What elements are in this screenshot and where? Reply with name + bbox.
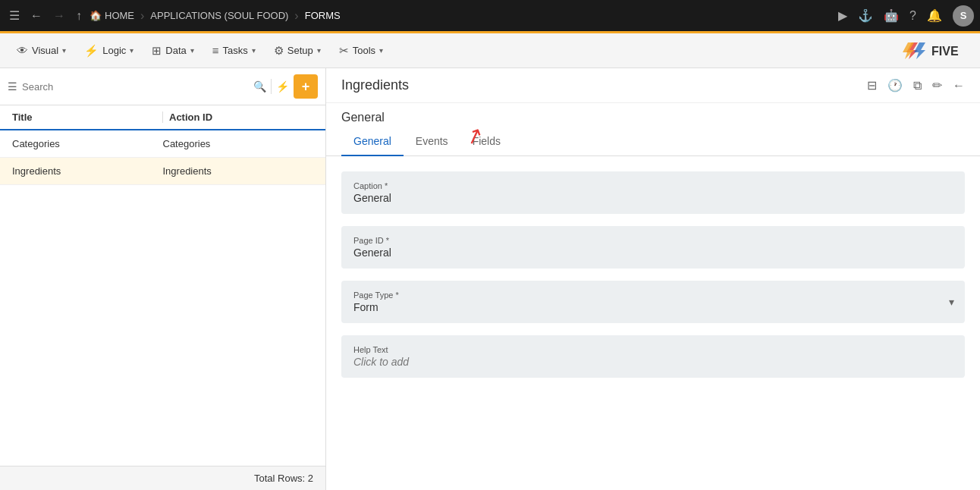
- setup-chevron: ▾: [317, 46, 321, 55]
- page-id-value: General: [353, 247, 953, 259]
- col-title-header: Title: [12, 112, 156, 123]
- right-panel: Ingredients ⊟ 🕐 ⧉ ✏ ← General General Ev…: [326, 68, 980, 490]
- dropdown-arrow-icon: ▾: [949, 296, 954, 308]
- history-icon[interactable]: 🕐: [887, 78, 903, 93]
- anchor-icon[interactable]: ⚓: [858, 8, 873, 23]
- panel-title: Ingredients: [341, 77, 867, 93]
- close-icon[interactable]: ←: [953, 79, 965, 93]
- toolbar-tools[interactable]: ✂ Tools ▾: [331, 39, 391, 62]
- nav-applications[interactable]: APPLICATIONS (SOUL FOOD): [150, 10, 288, 21]
- page-type-value: Form: [353, 301, 953, 313]
- tab-fields[interactable]: Fields: [460, 127, 513, 156]
- main-layout: ☰ 🔍 ⚡ + Title Action ID Categories Categ…: [0, 68, 980, 490]
- table-header: Title Action ID: [0, 105, 325, 130]
- col-action-header: Action ID: [169, 112, 313, 123]
- up-icon[interactable]: ↑: [73, 6, 85, 26]
- table-row[interactable]: Categories Categories: [0, 130, 325, 158]
- row-action-ingredients: Ingredients: [163, 165, 314, 177]
- search-divider: [271, 79, 272, 94]
- right-panel-actions: ⊟ 🕐 ⧉ ✏ ←: [867, 78, 965, 93]
- tab-area: General Events Fields ↙: [326, 127, 980, 156]
- total-rows-label: Total Rows: 2: [254, 473, 313, 484]
- toolbar-data-label: Data: [165, 45, 186, 56]
- section-title: General: [341, 111, 385, 124]
- visual-chevron: ▾: [62, 46, 66, 55]
- bolt-icon[interactable]: ⚡: [276, 80, 289, 93]
- five-logo: FIVE: [903, 39, 971, 62]
- caption-box[interactable]: Caption * General: [341, 171, 965, 214]
- toolbar-data[interactable]: ⊞ Data ▾: [144, 39, 201, 62]
- logic-icon: ⚡: [84, 44, 99, 58]
- help-icon[interactable]: ?: [909, 9, 916, 23]
- page-type-field: Page Type * Form ▾: [341, 281, 965, 323]
- toolbar-tasks[interactable]: ≡ Tasks ▾: [205, 39, 263, 61]
- row-action-categories: Categories: [163, 138, 314, 149]
- tab-general[interactable]: General: [341, 127, 404, 156]
- setup-icon: ⚙: [274, 44, 284, 58]
- home-icon: 🏠: [90, 10, 102, 21]
- table-body: Categories Categories Ingredients Ingred…: [0, 130, 325, 466]
- search-input[interactable]: [22, 81, 249, 93]
- table-footer: Total Rows: 2: [0, 466, 325, 490]
- toolbar-tasks-label: Tasks: [223, 45, 248, 56]
- svg-text:FIVE: FIVE: [931, 45, 959, 58]
- menu-icon[interactable]: ☰: [6, 5, 23, 26]
- page-type-box[interactable]: Page Type * Form ▾: [341, 281, 965, 323]
- data-icon: ⊞: [152, 44, 162, 58]
- data-chevron: ▾: [190, 46, 194, 55]
- page-id-label: Page ID *: [353, 236, 953, 245]
- svg-marker-2: [903, 42, 914, 59]
- tools-icon: ✂: [339, 44, 349, 58]
- left-panel: ☰ 🔍 ⚡ + Title Action ID Categories Categ…: [0, 68, 326, 490]
- back-icon[interactable]: ←: [27, 6, 46, 26]
- tab-events[interactable]: Events: [404, 127, 460, 156]
- page-type-label: Page Type *: [353, 291, 953, 300]
- breadcrumb-sep-2: ›: [294, 9, 298, 23]
- play-icon[interactable]: ▶: [838, 8, 847, 23]
- edit-icon[interactable]: ✏: [932, 78, 942, 93]
- page-id-field: Page ID * General: [341, 226, 965, 269]
- tasks-icon: ≡: [212, 44, 219, 57]
- form-content: Caption * General Page ID * General Page…: [326, 156, 980, 490]
- breadcrumb-sep-1: ›: [140, 9, 144, 23]
- toolbar-tools-label: Tools: [353, 45, 375, 56]
- help-text-label: Help Text: [353, 345, 953, 354]
- main-toolbar: 👁 Visual ▾ ⚡ Logic ▾ ⊞ Data ▾ ≡ Tasks ▾ …: [0, 33, 980, 68]
- row-title-categories: Categories: [12, 138, 163, 149]
- toolbar-visual-label: Visual: [32, 45, 58, 56]
- copy-icon[interactable]: ⧉: [913, 79, 922, 93]
- logic-chevron: ▾: [130, 46, 133, 55]
- tasks-chevron: ▾: [252, 46, 256, 55]
- toolbar-logic[interactable]: ⚡ Logic ▾: [77, 39, 141, 62]
- bot-icon[interactable]: 🤖: [884, 8, 899, 23]
- avatar[interactable]: S: [953, 5, 974, 27]
- search-icon[interactable]: 🔍: [253, 80, 266, 93]
- table-view-icon[interactable]: ⊟: [867, 78, 877, 93]
- tabs: General Events Fields: [326, 127, 980, 156]
- nav-home[interactable]: 🏠 HOME: [90, 10, 134, 21]
- page-id-box[interactable]: Page ID * General: [341, 226, 965, 269]
- forward-icon[interactable]: →: [50, 6, 68, 26]
- nav-forms[interactable]: FORMS: [305, 10, 341, 21]
- help-text-box[interactable]: Help Text Click to add: [341, 335, 965, 378]
- toolbar-setup[interactable]: ⚙ Setup ▾: [266, 39, 328, 62]
- col-divider: [162, 112, 163, 123]
- visual-icon: 👁: [17, 44, 28, 57]
- help-text-field: Help Text Click to add: [341, 335, 965, 378]
- caption-label: Caption *: [353, 181, 953, 190]
- toolbar-setup-label: Setup: [287, 45, 313, 56]
- top-nav: ☰ ← → ↑ 🏠 HOME › APPLICATIONS (SOUL FOOD…: [0, 0, 980, 33]
- caption-value: General: [353, 192, 953, 204]
- add-button[interactable]: +: [294, 74, 318, 99]
- toolbar-logic-label: Logic: [102, 45, 126, 56]
- tools-chevron: ▾: [379, 46, 383, 55]
- toolbar-visual[interactable]: 👁 Visual ▾: [9, 39, 74, 61]
- section-title-area: General: [326, 103, 980, 127]
- row-title-ingredients: Ingredients: [12, 165, 163, 177]
- bell-icon[interactable]: 🔔: [927, 8, 942, 23]
- table-row[interactable]: Ingredients Ingredients: [0, 158, 325, 185]
- search-bar: ☰ 🔍 ⚡ +: [0, 68, 325, 105]
- filter-icon[interactable]: ☰: [8, 80, 17, 93]
- caption-field: Caption * General: [341, 171, 965, 214]
- right-panel-header: Ingredients ⊟ 🕐 ⧉ ✏ ←: [326, 68, 980, 103]
